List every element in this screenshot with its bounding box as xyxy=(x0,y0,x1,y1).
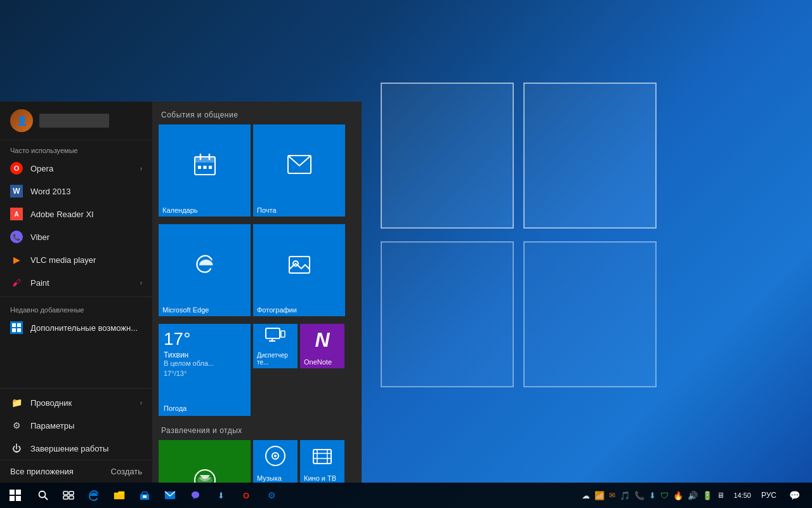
svg-rect-1 xyxy=(17,323,21,327)
tray-icon-5[interactable]: 🔥 xyxy=(672,490,684,502)
sidebar-item-shutdown[interactable]: ⏻ Завершение работы xyxy=(0,437,152,460)
svg-rect-30 xyxy=(10,496,15,501)
action-center-button[interactable]: 💬 xyxy=(782,483,807,508)
tile-mail[interactable]: Почта xyxy=(253,124,345,217)
language-indicator[interactable]: РУС xyxy=(759,491,779,500)
network-icon[interactable]: 📶 xyxy=(593,490,606,502)
mail-label: Почта xyxy=(253,204,345,217)
opera-taskbar-button[interactable]: O xyxy=(233,483,259,508)
weather-city: Тихвин xyxy=(164,351,246,359)
recent-section-label: Недавно добавленные xyxy=(0,300,152,316)
create-button[interactable]: Создать xyxy=(111,467,142,476)
calendar-icon xyxy=(159,124,251,204)
weather-temp: 17° xyxy=(164,329,246,349)
cloud-icon[interactable]: ☁ xyxy=(580,490,591,502)
movies-icon xyxy=(300,440,344,472)
onenote-icon: N xyxy=(300,324,344,356)
tray-icon-4[interactable]: 🛡 xyxy=(659,490,670,502)
mail-tray-icon[interactable]: ✉ xyxy=(608,490,617,501)
avatar: 👤 xyxy=(10,109,33,132)
tile-photos[interactable]: Фотографии xyxy=(253,224,345,316)
user-name-box xyxy=(39,114,109,128)
settings-taskbar-button[interactable]: ⚙ xyxy=(259,483,284,508)
tiles-section2-label: Развлечения и отдых xyxy=(159,424,355,440)
edge-icon xyxy=(159,224,251,304)
svg-rect-28 xyxy=(10,490,15,495)
store-taskbar-button[interactable] xyxy=(132,483,157,508)
sidebar-item-opera[interactable]: O Opera › xyxy=(0,157,152,180)
svg-rect-14 xyxy=(266,328,280,338)
search-button[interactable] xyxy=(30,483,56,508)
sidebar-item-explorer[interactable]: 📁 Проводник › xyxy=(0,391,152,414)
movies-label: Кино и ТВ xyxy=(300,472,344,483)
viber-label: Viber xyxy=(30,232,142,242)
svg-rect-31 xyxy=(16,496,21,501)
tiles-row3: 17° Тихвин В целом обла... 17°/13° Погод… xyxy=(159,324,355,416)
adobe-label: Adobe Reader XI xyxy=(30,210,142,219)
sidebar-item-paint[interactable]: 🖌 Paint › xyxy=(0,271,152,294)
svg-line-33 xyxy=(45,497,48,500)
edge-taskbar-button[interactable] xyxy=(81,483,107,508)
sidebar-item-adobe[interactable]: A Adobe Reader XI xyxy=(0,203,152,225)
onenote-label: OneNote xyxy=(300,356,344,368)
clock[interactable]: 14:50 xyxy=(728,491,756,500)
opera-arrow: › xyxy=(140,165,142,172)
svg-rect-40 xyxy=(143,495,147,498)
all-apps-label: Все приложения xyxy=(10,467,74,476)
volume-icon[interactable]: 🔊 xyxy=(686,490,699,502)
sidebar-item-vlc[interactable]: ▶ VLC media player xyxy=(0,248,152,271)
explorer-taskbar-button[interactable] xyxy=(107,483,132,508)
taskbar-left: ⬇ O ⚙ xyxy=(0,483,575,508)
svg-rect-34 xyxy=(63,491,68,495)
all-apps-row[interactable]: Все приложения Создать xyxy=(0,460,152,483)
vlc-icon: ▶ xyxy=(10,253,23,266)
viber-taskbar-button[interactable] xyxy=(183,483,208,508)
tray-icon-2[interactable]: 📞 xyxy=(633,490,646,502)
opera-label: Opera xyxy=(30,164,133,173)
tile-onenote[interactable]: N OneNote xyxy=(300,324,344,368)
tile-movies[interactable]: Кино и ТВ xyxy=(300,440,344,483)
mail-taskbar-button[interactable] xyxy=(157,483,183,508)
edge-label: Microsoft Edge xyxy=(159,304,251,316)
tile-calendar[interactable]: Календарь xyxy=(159,124,251,217)
weather-desc: В целом обла... xyxy=(164,359,246,367)
sys-tray: ☁ 📶 ✉ 🎵 📞 ⬇ 🛡 🔥 🔊 🔋 🖥 xyxy=(580,490,726,502)
tile-edge[interactable]: Microsoft Edge xyxy=(159,224,251,316)
svg-rect-38 xyxy=(114,494,124,499)
shutdown-icon: ⏻ xyxy=(10,442,23,455)
svg-rect-29 xyxy=(16,490,21,495)
music-label: Музыка xyxy=(253,472,298,483)
paint-icon: 🖌 xyxy=(10,276,23,289)
sidebar-item-viber[interactable]: 📞 Viber xyxy=(0,225,152,248)
bottom-items: 📁 Проводник › ⚙ Параметры ⏻ Завершение р… xyxy=(0,385,152,483)
xbox-icon xyxy=(159,440,251,483)
weather-label: Погода xyxy=(164,404,187,412)
tile-xbox[interactable]: Xbox xyxy=(159,440,251,483)
sidebar-item-settings[interactable]: ⚙ Параметры xyxy=(0,414,152,437)
sidebar-item-word[interactable]: W Word 2013 xyxy=(0,180,152,203)
monitor-icon[interactable]: 🖥 xyxy=(716,490,726,501)
taskbar: ⬇ O ⚙ ☁ 📶 ✉ 🎵 📞 ⬇ 🛡 🔥 🔊 🔋 🖥 14:50 РУС 💬 xyxy=(0,483,812,508)
photos-label: Фотографии xyxy=(253,304,345,316)
svg-rect-10 xyxy=(209,166,212,169)
start-button[interactable] xyxy=(0,483,30,508)
tile-weather[interactable]: 17° Тихвин В целом обла... 17°/13° Погод… xyxy=(159,324,251,416)
tiles-row4: Xbox Музыка xyxy=(159,440,355,483)
tile-music[interactable]: Музыка xyxy=(253,440,298,483)
task-view-button[interactable] xyxy=(56,483,81,508)
battery-icon[interactable]: 🔋 xyxy=(701,490,714,502)
shutdown-label: Завершение работы xyxy=(30,444,142,453)
device-icon xyxy=(253,324,298,349)
svg-rect-5 xyxy=(195,157,215,163)
tray-icon-3[interactable]: ⬇ xyxy=(648,490,657,502)
paint-label: Paint xyxy=(30,278,133,288)
extras-icon xyxy=(10,321,23,334)
tray-icon-1[interactable]: 🎵 xyxy=(619,490,631,502)
sidebar-item-extras[interactable]: Дополнительные возможн... xyxy=(0,316,152,339)
tile-device[interactable]: Диспетчер те... xyxy=(253,324,298,368)
user-area[interactable]: 👤 xyxy=(0,102,152,140)
explorer-arrow: › xyxy=(140,399,142,406)
viber-icon: 📞 xyxy=(10,231,23,243)
svg-rect-36 xyxy=(63,496,68,499)
torrent-taskbar-button[interactable]: ⬇ xyxy=(208,483,233,508)
